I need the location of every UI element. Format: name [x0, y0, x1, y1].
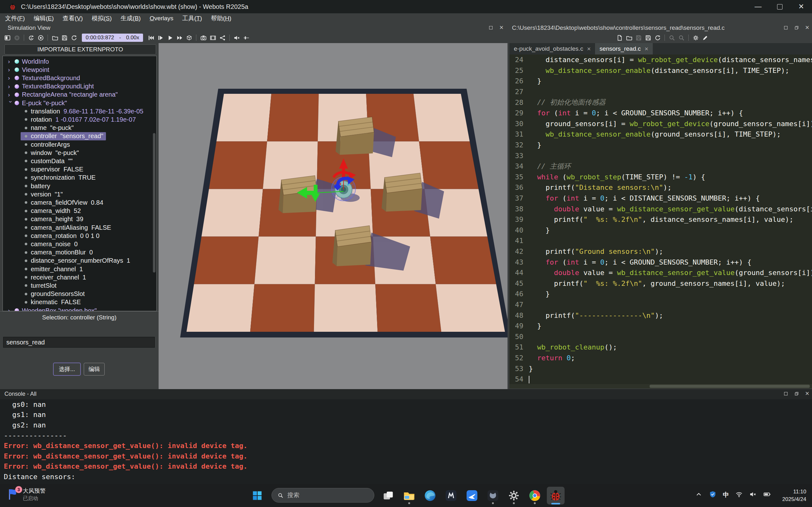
scrollbar-thumb[interactable]: [650, 385, 810, 388]
tree-arrow-icon[interactable]: ›: [7, 101, 14, 107]
tree-node-texturedbackgroundlight[interactable]: ›TexturedBackgroundLight: [5, 82, 96, 91]
tree-field-camera-height[interactable]: camera_height39: [20, 215, 86, 223]
controller-value-input[interactable]: [3, 337, 155, 348]
code-line-29[interactable]: 29 for (int i = 0; i < GROUND_SENSORS_NU…: [509, 108, 812, 118]
defender-icon[interactable]: [709, 491, 716, 499]
close-button[interactable]: ✕: [791, 0, 812, 13]
code-line-42[interactable]: 42 printf("Ground sensors:\n");: [509, 246, 812, 257]
undock-icon[interactable]: [487, 24, 494, 31]
tree-field-battery[interactable]: battery: [20, 182, 53, 190]
chrome-icon[interactable]: [526, 487, 544, 504]
undock-icon[interactable]: [782, 24, 789, 31]
code-line-32[interactable]: 32 }: [509, 140, 812, 151]
eye-icon[interactable]: [36, 32, 45, 43]
code-line-40[interactable]: 40 }: [509, 225, 812, 236]
slider-icon[interactable]: [241, 32, 251, 43]
code-line-46[interactable]: 46 }: [509, 289, 812, 299]
time-dropdown[interactable]: -: [119, 35, 121, 41]
select-button[interactable]: 选择...: [53, 363, 81, 376]
code-line-51[interactable]: 51 wb_robot_cleanup();: [509, 342, 812, 353]
code-line-36[interactable]: 36 printf("Distance sensors:\n");: [509, 182, 812, 193]
tree-field-camera-noise[interactable]: camera_noise0: [20, 240, 80, 248]
folder-icon[interactable]: [50, 32, 60, 43]
tree-field-window[interactable]: window"e-puck": [20, 149, 82, 157]
folder-icon[interactable]: [624, 32, 634, 43]
menu-item-6[interactable]: 工具(T): [183, 14, 202, 22]
tree-arrow-icon[interactable]: ›: [8, 91, 14, 98]
taskbar-search[interactable]: 搜索: [271, 488, 374, 503]
file-explorer-icon[interactable]: [400, 487, 418, 504]
skipstart-icon[interactable]: [146, 32, 156, 43]
code-line-43[interactable]: 43 for (int i = 0; i < GROUND_SENSORS_NU…: [509, 257, 812, 268]
tree-node-rectanglearena-rectangle-arena[interactable]: ›RectangleArena "rectangle arena": [5, 91, 120, 99]
ffwd-icon[interactable]: [175, 32, 184, 43]
volume-muted-icon[interactable]: [749, 491, 757, 499]
tree-arrow-icon[interactable]: ›: [8, 58, 14, 65]
menu-item-0[interactable]: 文件(F): [5, 14, 25, 22]
code-line-34[interactable]: 34 // 主循环: [509, 161, 812, 172]
floppy-icon[interactable]: [643, 32, 653, 43]
share-icon[interactable]: [217, 32, 227, 43]
tree-field-version[interactable]: version"1": [20, 190, 65, 199]
menu-item-1[interactable]: 编辑(E): [34, 14, 54, 22]
tree-field-camera-width[interactable]: camera_width52: [20, 207, 84, 215]
tree-field-groundsensorsslot[interactable]: groundSensorsSlot: [20, 290, 87, 298]
maximize-icon[interactable]: [793, 24, 800, 31]
virtual-time-display[interactable]: 0:00:03:872 - 0.00x: [82, 34, 143, 42]
editor-horizontal-scrollbar[interactable]: [509, 384, 812, 389]
code-editor[interactable]: 24 distance_sensors[i] = wb_robot_get_de…: [509, 55, 812, 384]
code-line-44[interactable]: 44 double value = wb_distance_sensor_get…: [509, 268, 812, 278]
code-line-28[interactable]: 28 // 初始化地面传感器: [509, 97, 812, 108]
tree-node-worldinfo[interactable]: ›WorldInfo: [5, 57, 51, 66]
tab-sensors_read.c[interactable]: sensors_read.c×: [595, 43, 653, 55]
floppy-icon[interactable]: [634, 32, 643, 43]
tree-field-turretslot[interactable]: turretSlot: [20, 281, 59, 290]
dock-icon[interactable]: [3, 32, 12, 43]
tree-field-camera-motionblur[interactable]: camera_motionBlur0: [20, 248, 96, 257]
menu-item-2[interactable]: 查看(V): [63, 14, 83, 22]
close-icon[interactable]: ×: [804, 24, 811, 31]
tree-field-kinematic[interactable]: kinematicFALSE: [20, 298, 84, 306]
tree-field-controllerargs[interactable]: controllerArgs: [20, 140, 72, 149]
menu-item-5[interactable]: Overlays: [150, 15, 173, 22]
code-line-33[interactable]: 33: [509, 150, 812, 161]
tree-field-distance-sensor-numberofrays[interactable]: distance_sensor_numberOfRays1: [20, 257, 133, 265]
gear-icon[interactable]: [691, 32, 700, 43]
code-line-39[interactable]: 39 printf(" %s: %.2f\n", distance_sensor…: [509, 214, 812, 225]
tree-field-camera-fieldofview[interactable]: camera_fieldOfView0.84: [20, 199, 106, 207]
close-icon[interactable]: ×: [498, 24, 505, 31]
code-line-25[interactable]: 25 wb_distance_sensor_enable(distance_se…: [509, 65, 812, 76]
code-line-45[interactable]: 45 printf(" %s: %.2f\n", ground_sensors_…: [509, 278, 812, 289]
webots-icon[interactable]: [547, 487, 565, 504]
tree-field-controller[interactable]: controller"sensors_read": [20, 132, 106, 140]
pen-icon[interactable]: [700, 32, 710, 43]
code-line-35[interactable]: 35 while (wb_robot_step(TIME_STEP) != -1…: [509, 172, 812, 182]
menu-item-7[interactable]: 帮助(H): [211, 14, 231, 22]
battery-icon[interactable]: [763, 491, 771, 499]
menu-item-3[interactable]: 模拟(S): [92, 14, 112, 22]
tree-arrow-icon[interactable]: ›: [8, 74, 14, 81]
code-line-41[interactable]: 41: [509, 235, 812, 246]
tray-expand-icon[interactable]: [695, 491, 703, 499]
taskbar-clock[interactable]: 11:10 2025/4/24: [782, 488, 806, 503]
code-line-26[interactable]: 26 }: [509, 76, 812, 87]
console-output[interactable]: gs0: nan gs1: nan gs2: nan--------------…: [0, 399, 812, 484]
weather-widget[interactable]: 3 大风预警 已启动: [6, 487, 46, 502]
undock-icon[interactable]: [782, 390, 789, 397]
reload-icon[interactable]: [69, 32, 79, 43]
tree-node-woodenbox-wooden-box[interactable]: ›WoodenBox "wooden box": [5, 306, 99, 311]
tree-field-camera-antialiasing[interactable]: camera_antiAliasingFALSE: [20, 223, 113, 232]
tree-field-camera-rotation[interactable]: camera_rotation0 0 1 0: [20, 232, 102, 240]
code-line-49[interactable]: 49 }: [509, 321, 812, 331]
tree-node-texturedbackground[interactable]: ›TexturedBackground: [5, 74, 83, 82]
speakerx-icon[interactable]: [232, 32, 241, 43]
reset-icon[interactable]: [26, 32, 36, 43]
menu-item-4[interactable]: 生成(B): [120, 14, 141, 22]
blue-bird-app-icon[interactable]: [463, 487, 481, 504]
tree-arrow-icon[interactable]: ›: [8, 66, 14, 73]
tree-field-customdata[interactable]: customData"": [20, 157, 75, 165]
page-icon[interactable]: [615, 32, 624, 43]
tree-field-synchronization[interactable]: synchronizationTRUE: [20, 174, 98, 182]
cube-icon[interactable]: [184, 32, 194, 43]
code-line-54[interactable]: 54: [509, 374, 812, 384]
